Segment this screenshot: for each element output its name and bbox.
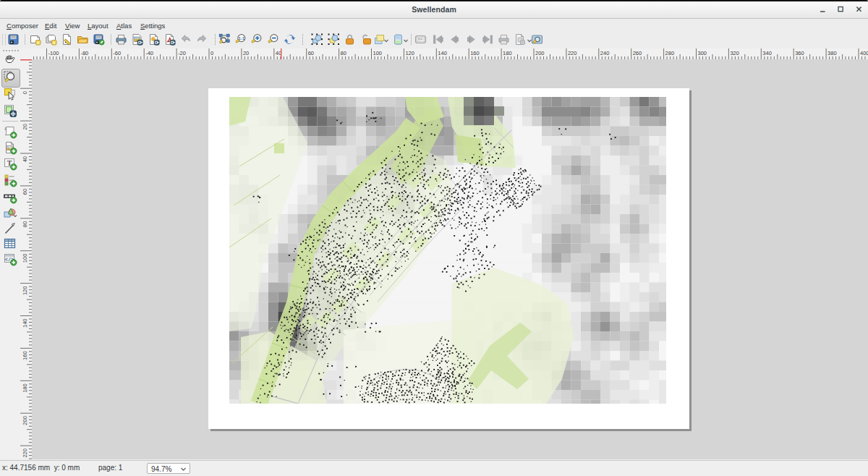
svg-text:100: 100 <box>22 254 28 263</box>
svg-text:300: 300 <box>698 50 707 56</box>
svg-text:80: 80 <box>22 221 28 227</box>
svg-text:120: 120 <box>405 50 414 56</box>
svg-text:0: 0 <box>22 91 28 94</box>
svg-text:400: 400 <box>860 50 868 56</box>
svg-text:20: 20 <box>243 50 249 56</box>
svg-text:160: 160 <box>470 50 480 56</box>
svg-text:1:1: 1:1 <box>238 36 244 41</box>
svg-text:80: 80 <box>341 50 346 56</box>
svg-text:40: 40 <box>22 156 28 162</box>
svg-text:0: 0 <box>210 50 213 56</box>
svg-text:280: 280 <box>665 50 675 56</box>
svg-text:340: 340 <box>762 50 772 56</box>
svg-text:20: 20 <box>22 124 28 129</box>
svg-text:220: 220 <box>568 50 577 56</box>
svg-text:180: 180 <box>22 383 28 393</box>
svg-text:220: 220 <box>22 449 28 458</box>
svg-text:-80: -80 <box>80 50 88 56</box>
svg-text:40: 40 <box>276 50 281 56</box>
svg-text:120: 120 <box>22 286 28 296</box>
svg-text:-20: -20 <box>178 50 186 56</box>
svg-text:200: 200 <box>22 416 28 425</box>
svg-text:180: 180 <box>503 50 512 56</box>
svg-text:60: 60 <box>22 189 28 195</box>
svg-text:380: 380 <box>827 50 837 56</box>
svg-text:-40: -40 <box>145 50 153 56</box>
svg-text:320: 320 <box>730 50 739 56</box>
svg-text:140: 140 <box>22 319 28 328</box>
svg-text:360: 360 <box>795 50 804 56</box>
svg-text:140: 140 <box>438 50 447 56</box>
svg-text:100: 100 <box>373 50 383 56</box>
svg-text:240: 240 <box>600 50 610 56</box>
svg-text:60: 60 <box>308 50 314 56</box>
svg-text:200: 200 <box>535 50 545 56</box>
svg-text:-100: -100 <box>48 50 59 56</box>
svg-text:160: 160 <box>22 351 28 360</box>
svg-text:-60: -60 <box>113 50 121 56</box>
svg-text:260: 260 <box>633 50 642 56</box>
